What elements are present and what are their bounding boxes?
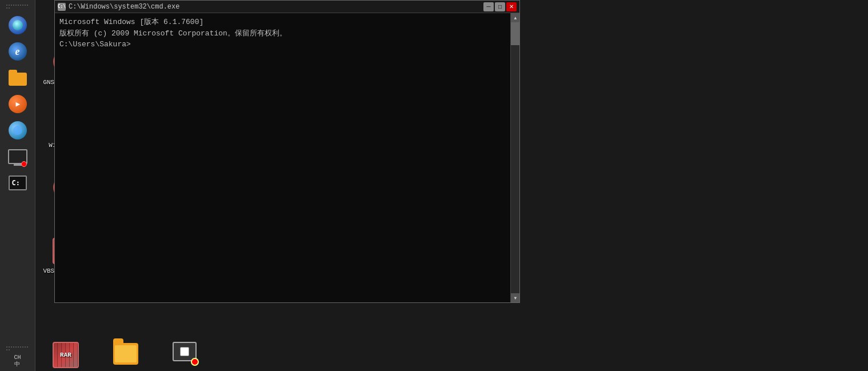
cmd-controls: ─ □ ✕: [483, 2, 517, 11]
scrollbar-up-arrow[interactable]: ▲: [511, 13, 519, 22]
folder-icon[interactable]: [6, 66, 30, 90]
cmd-content[interactable]: Microsoft Windows [版本 6.1.7600] 版权所有 (c)…: [55, 13, 510, 302]
bottom-icon-winrar[interactable]: RAR: [40, 342, 91, 368]
cmd-body: Microsoft Windows [版本 6.1.7600] 版权所有 (c)…: [55, 13, 519, 302]
maximize-button[interactable]: □: [495, 2, 505, 11]
close-button[interactable]: ✕: [506, 2, 517, 11]
cmd-line-4: C:\Users\Sakura>: [59, 39, 506, 50]
cmd-scrollbar[interactable]: ▲ ▼: [510, 13, 519, 302]
scrollbar-thumb[interactable]: [511, 22, 519, 45]
media-player-icon[interactable]: ▶: [6, 92, 30, 116]
screen-record-icon[interactable]: [6, 145, 30, 169]
bottom-desktop-icons: RAR: [40, 342, 211, 368]
windows-orb-icon[interactable]: [6, 13, 30, 37]
language-indicator: CH 中: [14, 354, 21, 368]
cmd-title-text: C:\Windows\system32\cmd.exe: [69, 3, 481, 11]
cmd-titlebar: C:\ C:\Windows\system32\cmd.exe ─ □ ✕: [55, 1, 519, 13]
cmd-line-1: Microsoft Windows [版本 6.1.7600]: [59, 17, 506, 28]
minimize-button[interactable]: ─: [483, 2, 494, 11]
cmd-title-icon: C:\: [58, 3, 66, 11]
taskbar-bottom: CH 中: [0, 345, 35, 371]
terminal-icon[interactable]: C:: [6, 171, 30, 195]
taskbar-left: ▶ C:: [0, 0, 35, 371]
scrollbar-down-arrow[interactable]: ▼: [511, 293, 519, 302]
grip-bottom: [6, 346, 29, 351]
bottom-icon-folder[interactable]: [100, 342, 151, 368]
desktop: ▶ C:: [0, 0, 868, 371]
cmd-line-2: 版权所有 (c) 2009 Microsoft Corporation。保留所有…: [59, 28, 506, 39]
bottom-icon-record[interactable]: [160, 342, 211, 368]
cmd-window: C:\ C:\Windows\system32\cmd.exe ─ □ ✕ Mi…: [54, 0, 520, 303]
ie-icon[interactable]: [6, 39, 30, 63]
grip-top: [6, 5, 29, 9]
scrollbar-track[interactable]: [511, 22, 519, 293]
blue-app-icon[interactable]: [6, 118, 30, 142]
